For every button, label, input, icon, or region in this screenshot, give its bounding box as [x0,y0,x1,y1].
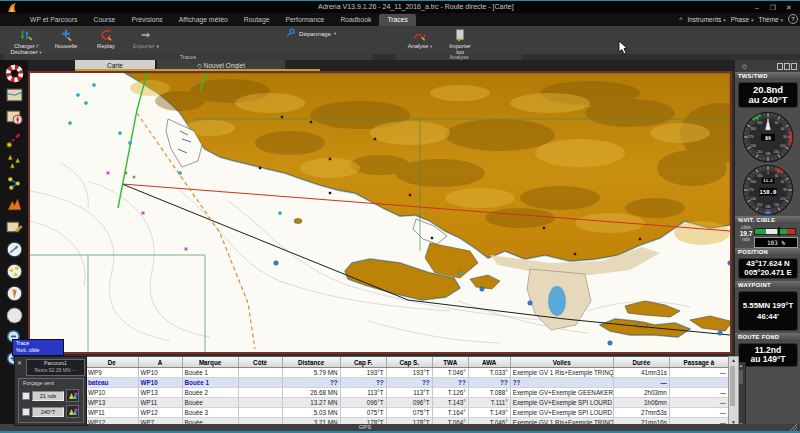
table-cell[interactable] [238,368,282,378]
table-cell[interactable]: — [669,368,728,378]
column-header-voiles[interactable]: Voiles [510,357,613,368]
title-bar[interactable]: Adrena V13.9.1.26 - 24_11_2016_a.trc - R… [0,1,800,13]
table-cell[interactable]: ?? [282,378,340,388]
nautical-chart[interactable] [30,73,730,352]
settings-gear-icon[interactable]: ☼ [740,61,748,71]
table-row[interactable]: WP13WP11Bouée13.27 MN096°T096°TT.143°T.1… [86,398,729,408]
menu-th-me[interactable]: Thème ▾ [758,16,783,23]
table-cell[interactable]: bateau [86,378,138,388]
ribbon-button-replay[interactable]: Replay [86,26,126,49]
table-cell[interactable]: T.164° [432,408,468,418]
waypoints-yellow-icon[interactable] [4,151,25,171]
table-cell[interactable]: 27mn53s [613,408,669,418]
ribbon-button-nouvelle[interactable]: Nouvelle [46,26,86,49]
collapse-ribbon-icon[interactable]: ^ [679,16,682,23]
table-cell[interactable]: — [669,398,728,408]
table-cell[interactable]: 13.27 MN [282,398,340,408]
wind-dir-color-button[interactable] [66,405,79,418]
table-cell[interactable]: Exemple GV+Exemple GEENAKER [510,388,613,398]
table-cell[interactable]: 113°T [386,388,432,398]
table-cell[interactable]: Exemple GV+Exemple SPI LOURD [510,398,613,408]
table-cell[interactable]: 41mn31s [613,368,669,378]
table-cell[interactable]: T.033° [468,368,510,378]
column-header-cap-f[interactable]: Cap F. [340,357,386,368]
ribbon-button-analyse[interactable]: Analyse ▾ [400,26,440,50]
chart-viewport[interactable] [28,71,732,354]
table-cell[interactable]: WP11 [86,408,138,418]
chart-icon[interactable] [4,85,25,105]
waypoints-move-icon[interactable] [4,173,25,193]
menu-tab-roadbook[interactable]: Roadbook [332,14,379,26]
table-cell[interactable]: ?? [340,378,386,388]
column-header-de[interactable]: De [86,357,138,368]
table-cell[interactable]: WP10 [86,388,138,398]
maximize-button[interactable]: ❐ [766,3,780,12]
zoom-waypoints-icon[interactable] [4,261,25,281]
table-cell[interactable]: T.126° [432,388,468,398]
column-header-twa[interactable]: TWA [432,357,468,368]
table-row[interactable]: WP11WP12Bouée 35.03 MN075°T075°TT.164°T.… [86,408,729,418]
zoom-selection-icon[interactable] [4,305,25,325]
table-cell[interactable]: WP13 [86,398,138,408]
table-cell[interactable]: 113°T [340,388,386,398]
depannage-button[interactable]: Dépannage▾ [285,28,336,39]
menu-tab-pr-visions[interactable]: Prévisions [123,14,170,26]
table-cell[interactable]: WP12 [138,408,182,418]
parcours-close-button[interactable]: ✕ [17,359,22,366]
menu-tab-affichage-m-t-o[interactable]: Affichage météo [171,14,236,26]
wind-dir-field[interactable]: 240°T [32,407,64,417]
table-cell[interactable]: ?? [510,378,613,388]
wind-speed-color-button[interactable] [66,389,79,402]
table-cell[interactable]: ?? [386,378,432,388]
table-cell[interactable]: Bouée 2 [182,388,238,398]
close-button[interactable]: ✕ [782,3,796,12]
table-cell[interactable]: Bouée [182,398,238,408]
table-cell[interactable]: Exemple GV+Exemple SPI LOURD [510,408,613,418]
menu-tab-wp-et-parcours[interactable]: WP et Parcours [22,14,85,26]
route-red-icon[interactable] [4,129,25,149]
ribbon-button-charger-d-charger[interactable]: Charger /Décharger ▾ [6,26,46,57]
table-cell[interactable]: ?? [468,378,510,388]
chart-compass-icon[interactable] [4,107,25,127]
table-row[interactable]: WP9WP10Bouée 15.79 MN193°T193°TT.046°T.0… [86,368,729,378]
table-cell[interactable]: 075°T [386,408,432,418]
wind-speed-checkbox[interactable] [22,392,30,400]
table-cell[interactable]: WP10 [138,368,182,378]
table-scrollbar[interactable]: ▲▼ [728,356,739,426]
zoom-route-icon[interactable] [4,239,25,259]
table-cell[interactable]: T.088° [468,388,510,398]
table-cell[interactable]: — [669,408,728,418]
table-cell[interactable]: T.046° [432,368,468,378]
menu-phase[interactable]: Phase ▾ [731,16,754,23]
ribbon-button-importerlog[interactable]: Importerlog [440,26,480,56]
column-header-awa[interactable]: AWA [468,357,510,368]
table-cell[interactable] [238,398,282,408]
table-cell[interactable]: — [669,388,728,398]
table-cell[interactable]: 5.79 MN [282,368,340,378]
minimize-button[interactable]: – [750,3,764,12]
column-header-marque[interactable]: Marque [182,357,238,368]
table-cell[interactable]: WP13 [138,388,182,398]
menu-tab-performance[interactable]: Performance [277,14,332,26]
table-cell[interactable]: 5.03 MN [282,408,340,418]
table-cell[interactable]: T.149° [468,408,510,418]
table-row[interactable]: WP10WP13Bouée 226.68 MN113°T113°TT.126°T… [86,388,729,398]
table-cell[interactable]: 193°T [386,368,432,378]
table-cell[interactable]: WP10 [138,378,182,388]
help-icon[interactable]: ? [788,14,798,24]
waypoints-color-icon[interactable] [4,195,25,215]
panel-layout-icon[interactable] [777,63,797,70]
table-cell[interactable]: 096°T [340,398,386,408]
wind-speed-field[interactable]: 21 nds [32,391,64,401]
table-cell[interactable]: 075°T [340,408,386,418]
table-cell[interactable]: 1h06mn [613,398,669,408]
column-header-dur-e[interactable]: Durée [613,357,669,368]
table-cell[interactable]: Exemple GV 1 Ris+Exemple TRINQUETTE [510,368,613,378]
table-cell[interactable]: T.111° [468,398,510,408]
menu-instruments[interactable]: Instruments ▾ [687,16,725,23]
ribbon-button-exporter[interactable]: Exporter ▾ [126,26,166,50]
mob-lifebuoy-icon[interactable] [4,63,25,83]
table-cell[interactable] [238,378,282,388]
table-cell[interactable]: 26.68 MN [282,388,340,398]
table-cell[interactable] [238,408,282,418]
